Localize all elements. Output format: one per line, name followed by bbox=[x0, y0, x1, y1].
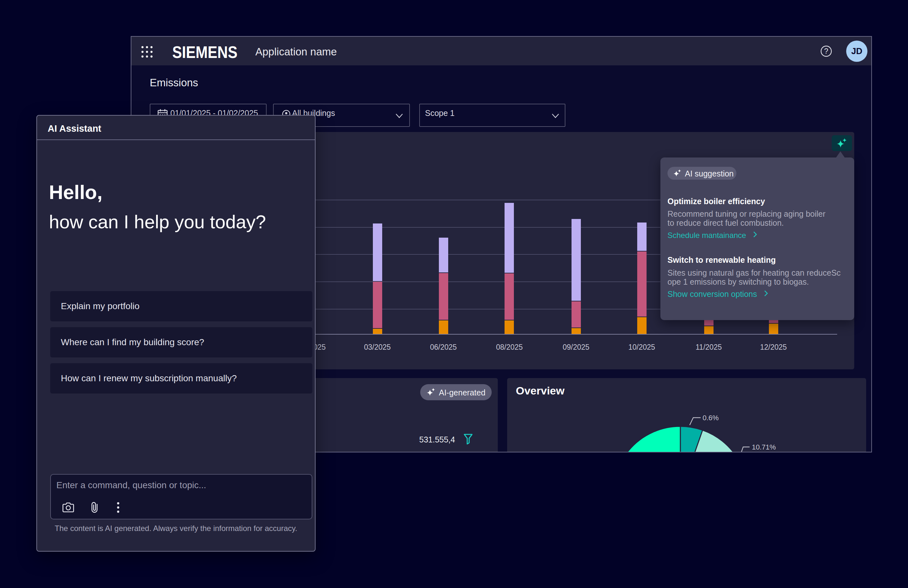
svg-text:10.71%: 10.71% bbox=[752, 443, 776, 451]
svg-text:0.6%: 0.6% bbox=[703, 414, 719, 422]
svg-text:?: ? bbox=[824, 47, 829, 55]
